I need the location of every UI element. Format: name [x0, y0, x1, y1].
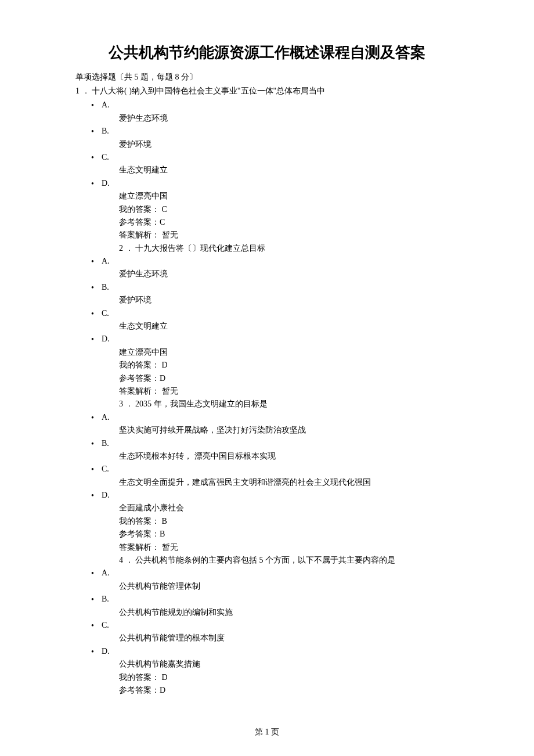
page-footer: 第 1 页: [75, 726, 459, 739]
section-header: 单项选择题〔共 5 题，每题 8 分〕: [75, 71, 459, 84]
option-a-letter: A.: [102, 99, 459, 111]
option-d-letter: D.: [102, 489, 459, 502]
option-b: B. 公共机构节能规划的编制和实施: [102, 593, 459, 619]
option-a-text: 爱护生态环境: [102, 268, 459, 280]
option-c: C. 生态文明建立: [102, 307, 459, 333]
option-d: D. 公共机构节能嘉奖措施 我的答案： D 参考答案：D: [102, 645, 459, 697]
option-a-letter: A.: [102, 255, 459, 268]
option-c-letter: C.: [102, 463, 459, 476]
option-d-text: 建立漂亮中国: [102, 190, 459, 203]
answer-analysis: 答案解析： 暂无: [119, 385, 459, 398]
option-d-letter: D.: [102, 645, 459, 658]
my-answer: 我的答案： D: [119, 671, 459, 684]
option-a-text: 坚决实施可持续开展战略，坚决打好污染防治攻坚战: [102, 424, 459, 437]
document-title: 公共机构节约能源资源工作概述课程自测及答案: [75, 41, 459, 65]
option-a-letter: A.: [102, 411, 459, 424]
option-c-letter: C.: [102, 619, 459, 632]
option-b: B. 爱护环境: [102, 125, 459, 151]
option-b-letter: B.: [102, 281, 459, 294]
option-d-text: 公共机构节能嘉奖措施: [102, 658, 459, 671]
option-b-letter: B.: [102, 593, 459, 606]
option-d-text: 建立漂亮中国: [102, 346, 459, 359]
option-a-text: 爱护生态环境: [102, 112, 459, 125]
option-c: C. 生态文明建立: [102, 151, 459, 177]
option-a-letter: A.: [102, 567, 459, 579]
option-c: C. 公共机构节能管理的根本制度: [102, 619, 459, 645]
option-d-letter: D.: [102, 177, 459, 190]
option-c-text: 生态文明建立: [102, 320, 459, 333]
option-a: A. 公共机构节能管理体制: [102, 567, 459, 593]
question-1-prompt: 1 ． 十八大将( )纳入到中国特色社会主义事业"五位一体"总体布局当中: [75, 85, 459, 98]
question-2-prompt: 2 ． 十九大报告将〔〕现代化建立总目标: [102, 242, 459, 255]
option-d-text: 全面建成小康社会: [102, 502, 459, 514]
option-c-letter: C.: [102, 151, 459, 164]
reference-answer: 参考答案：D: [119, 684, 459, 697]
reference-answer: 参考答案：C: [119, 216, 459, 229]
option-a-text: 公共机构节能管理体制: [102, 580, 459, 593]
option-b: B. 生态环境根本好转， 漂亮中国目标根本实现: [102, 437, 459, 463]
question-4-prompt: 4 ． 公共机构节能条例的主要内容包括 5 个方面，以下不属于其主要内容的是: [102, 554, 459, 567]
option-d-letter: D.: [102, 333, 459, 345]
my-answer: 我的答案： C: [119, 203, 459, 216]
option-d: D. 建立漂亮中国 我的答案： D 参考答案：D 答案解析： 暂无 3 ． 20…: [102, 333, 459, 411]
option-c: C. 生态文明全面提升，建成富强民主文明和谐漂亮的社会主义现代化强国: [102, 463, 459, 489]
option-c-text: 生态文明建立: [102, 164, 459, 177]
option-d: D. 全面建成小康社会 我的答案： B 参考答案：B 答案解析： 暂无 4 ． …: [102, 489, 459, 567]
my-answer: 我的答案： B: [119, 515, 459, 528]
option-b: B. 爱护环境: [102, 281, 459, 307]
option-a: A. 爱护生态环境: [102, 255, 459, 281]
option-a: A. 坚决实施可持续开展战略，坚决打好污染防治攻坚战: [102, 411, 459, 437]
option-a: A. 爱护生态环境: [102, 99, 459, 125]
question-1-options: A. 爱护生态环境 B. 爱护环境 C. 生态文明建立 D. 建立漂亮中国 我的…: [75, 99, 459, 697]
my-answer: 我的答案： D: [119, 359, 459, 372]
option-d: D. 建立漂亮中国 我的答案： C 参考答案：C 答案解析： 暂无 2 ． 十九…: [102, 177, 459, 255]
option-c-text: 公共机构节能管理的根本制度: [102, 632, 459, 645]
reference-answer: 参考答案：D: [119, 372, 459, 385]
option-c-text: 生态文明全面提升，建成富强民主文明和谐漂亮的社会主义现代化强国: [102, 476, 459, 489]
question-3-prompt: 3 ． 2035 年，我国生态文明建立的目标是: [102, 398, 459, 411]
answer-analysis: 答案解析： 暂无: [119, 541, 459, 554]
option-b-letter: B.: [102, 125, 459, 138]
option-b-text: 公共机构节能规划的编制和实施: [102, 606, 459, 619]
option-b-text: 生态环境根本好转， 漂亮中国目标根本实现: [102, 450, 459, 463]
reference-answer: 参考答案：B: [119, 528, 459, 541]
option-b-text: 爱护环境: [102, 138, 459, 151]
answer-analysis: 答案解析： 暂无: [119, 229, 459, 242]
option-c-letter: C.: [102, 307, 459, 320]
option-b-letter: B.: [102, 437, 459, 450]
option-b-text: 爱护环境: [102, 294, 459, 307]
